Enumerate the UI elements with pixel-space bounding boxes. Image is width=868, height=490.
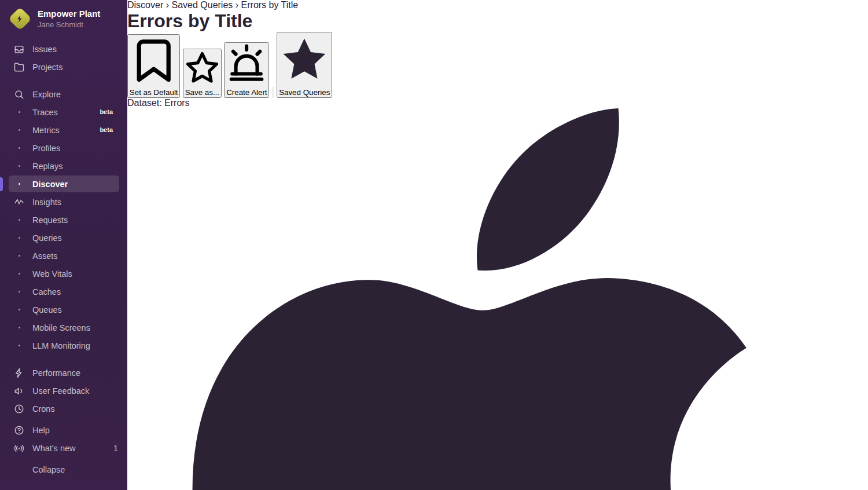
- sidebar-item-label: Insights: [32, 198, 118, 207]
- search-icon: [14, 89, 24, 100]
- sidebar-item-label: Discover: [32, 180, 118, 189]
- sidebar-item-performance[interactable]: Performance: [0, 364, 127, 382]
- sidebar-item-crons[interactable]: Crons: [0, 400, 127, 418]
- sidebar-item-assets[interactable]: Assets: [0, 247, 127, 265]
- app-root: Empower Plant Jane Schmidt IssuesProject…: [0, 0, 868, 490]
- sidebar-item-queues[interactable]: Queues: [0, 301, 127, 319]
- breadcrumb-separator: ›: [166, 0, 169, 10]
- broadcast-icon: [14, 443, 24, 454]
- sidebar-item-projects[interactable]: Projects: [0, 58, 127, 76]
- org-name: Empower Plant: [38, 9, 100, 19]
- save-as-button[interactable]: Save as...: [183, 49, 222, 98]
- siren-icon: [225, 79, 268, 88]
- org-user: Jane Schmidt: [38, 20, 104, 30]
- bullet-icon: [14, 309, 24, 310]
- sidebar-item-label: Performance: [32, 368, 118, 378]
- sidebar-item-requests[interactable]: Requests: [0, 211, 127, 229]
- bullet-icon: [14, 111, 24, 113]
- page-title: Errors by Title: [127, 10, 830, 32]
- beta-badge: beta: [94, 125, 118, 135]
- bullet-icon: [14, 273, 24, 275]
- page-content: Dataset: Errors ios All Envs: [127, 98, 830, 490]
- bookmark-icon: [128, 79, 179, 88]
- org-logo-icon: [9, 8, 31, 30]
- bullet-icon: [14, 147, 24, 149]
- collapse-label: Collapse: [32, 465, 118, 474]
- sidebar-item-queries[interactable]: Queries: [0, 229, 127, 247]
- header-actions: Set as Default Save as... Create Alert: [127, 32, 830, 98]
- project-filter[interactable]: ios: [127, 108, 830, 490]
- clock-icon: [14, 404, 24, 414]
- dataset-label: Dataset:: [127, 98, 162, 108]
- sidebar-item-llm-monitoring[interactable]: LLM Monitoring: [0, 337, 127, 354]
- sidebar-item-label: Caches: [32, 287, 118, 297]
- bullet-icon: [14, 327, 24, 328]
- sidebar-item-explore[interactable]: Explore: [0, 85, 127, 103]
- beta-badge: beta: [94, 107, 118, 117]
- org-switcher[interactable]: Empower Plant Jane Schmidt: [0, 0, 127, 36]
- sidebar-item-web-vitals[interactable]: Web Vitals: [0, 265, 127, 283]
- sidebar-item-label: Explore: [32, 90, 118, 99]
- bullet-icon: [14, 219, 24, 221]
- set-as-default-button[interactable]: Set as Default: [127, 34, 180, 97]
- projects-icon: [14, 62, 24, 72]
- chevron-left-icon: [14, 466, 22, 474]
- sidebar-item-issues[interactable]: Issues: [0, 40, 127, 58]
- issues-icon: [14, 44, 24, 54]
- main-area: Discover › Saved Queries › Errors by Tit…: [127, 0, 830, 490]
- bullet-icon: [14, 183, 24, 185]
- megaphone-icon: [14, 386, 24, 396]
- sidebar-item-label: Issues: [32, 45, 118, 54]
- create-alert-button[interactable]: Create Alert: [224, 42, 269, 98]
- sidebar-item-caches[interactable]: Caches: [0, 283, 127, 301]
- sidebar: Empower Plant Jane Schmidt IssuesProject…: [0, 0, 127, 490]
- notification-badge: 1: [113, 444, 118, 453]
- sidebar-item-label: What's new: [32, 444, 113, 453]
- help-icon: [14, 425, 24, 436]
- sidebar-item-label: Assets: [32, 251, 118, 261]
- sidebar-item-insights[interactable]: Insights: [0, 193, 127, 211]
- sidebar-item-label: Mobile Screens: [32, 323, 118, 332]
- dataset-value: Errors: [164, 98, 190, 108]
- bullet-icon: [14, 255, 24, 257]
- sidebar-collapse[interactable]: Collapse: [0, 460, 127, 478]
- sidebar-item-label: Replays: [32, 162, 118, 171]
- sidebar-item-label: Traces: [32, 108, 94, 117]
- sidebar-item-label: Web Vitals: [32, 269, 118, 279]
- sidebar-item-label: Queues: [32, 305, 118, 315]
- sidebar-item-replays[interactable]: Replays: [0, 157, 127, 175]
- breadcrumb: Discover › Saved Queries › Errors by Tit…: [127, 0, 830, 10]
- sidebar-item-label: Queries: [32, 233, 118, 243]
- sidebar-item-label: Requests: [32, 215, 118, 225]
- bullet-icon: [14, 291, 24, 292]
- filter-row: Dataset: Errors ios All Envs: [127, 98, 830, 490]
- star-outline-icon: [184, 79, 220, 88]
- sidebar-item-discover[interactable]: Discover: [0, 175, 127, 193]
- sidebar-item-label: Help: [32, 426, 118, 435]
- active-indicator: [0, 177, 3, 191]
- sidebar-item-traces[interactable]: Tracesbeta: [0, 103, 127, 121]
- sidebar-item-what-s-new[interactable]: What's new1: [0, 439, 127, 457]
- sidebar-item-profiles[interactable]: Profiles: [0, 139, 127, 157]
- sidebar-item-label: Crons: [32, 404, 118, 414]
- sidebar-item-metrics[interactable]: Metricsbeta: [0, 121, 127, 139]
- sidebar-item-help[interactable]: Help: [0, 421, 127, 439]
- dataset-selector[interactable]: Dataset: Errors: [127, 98, 830, 108]
- sidebar-item-user-feedback[interactable]: User Feedback: [0, 382, 127, 400]
- bullet-icon: [14, 237, 24, 239]
- breadcrumb-separator: ›: [236, 0, 238, 10]
- sidebar-item-label: User Feedback: [32, 386, 118, 396]
- star-filled-icon: [278, 79, 331, 88]
- sidebar-footer-nav: HelpWhat's new1: [0, 418, 127, 457]
- bullet-icon: [14, 129, 24, 131]
- breadcrumb-saved-queries[interactable]: Saved Queries: [171, 0, 233, 10]
- sidebar-item-label: Metrics: [32, 126, 94, 135]
- bullet-icon: [14, 345, 24, 346]
- page-header: Discover › Saved Queries › Errors by Tit…: [127, 0, 830, 98]
- sidebar-item-mobile-screens[interactable]: Mobile Screens: [0, 319, 127, 337]
- more-options-button[interactable]: [272, 87, 274, 98]
- page-filter-bar: ios All Envs 14D: [127, 108, 830, 490]
- saved-queries-button[interactable]: Saved Queries: [277, 32, 332, 98]
- sidebar-item-label: Projects: [32, 63, 118, 72]
- breadcrumb-discover[interactable]: Discover: [127, 0, 163, 10]
